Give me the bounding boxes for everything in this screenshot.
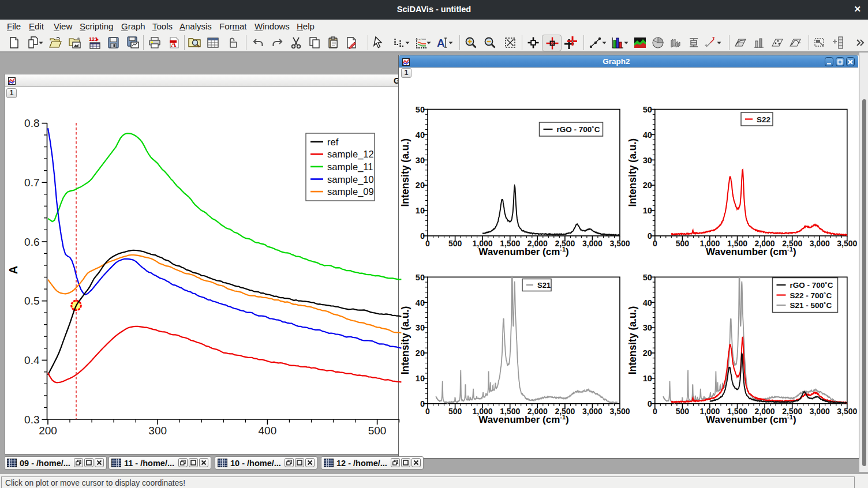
svg-text:A: A <box>437 37 445 49</box>
svg-text:A: A <box>171 40 177 48</box>
